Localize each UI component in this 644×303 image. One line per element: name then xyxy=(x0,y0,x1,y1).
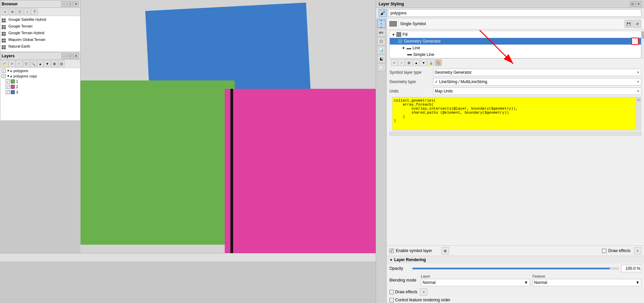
layers-expand-btn[interactable]: ⊞ xyxy=(51,60,58,67)
enable-symbol-checkbox[interactable]: ✓ xyxy=(389,249,394,253)
tree-scrollbar[interactable] xyxy=(641,31,644,58)
symbol-preview-icon xyxy=(389,21,397,26)
tree-duplicate-btn[interactable]: ⊞ xyxy=(406,59,412,66)
draw-effects-btn[interactable]: + xyxy=(634,247,641,254)
history-tab-btn[interactable]: 🕓 xyxy=(377,63,385,71)
diagram-tab-btn[interactable]: 📊 xyxy=(377,46,385,54)
paintbrush-icon[interactable]: 🖌 xyxy=(379,9,387,17)
draw-effects2-btn[interactable]: + xyxy=(420,288,427,296)
layers-close-btn[interactable]: ✕ xyxy=(73,53,79,59)
folder-icon: ■ xyxy=(10,69,12,73)
symbol-type-row: Single Symbol 💾 ↺ xyxy=(387,18,644,29)
list-item[interactable]: ✓ 3 xyxy=(0,89,80,95)
list-item[interactable]: Google Satellite Hybrid xyxy=(0,16,80,23)
browser-minimize-btn[interactable]: − xyxy=(61,1,67,7)
tree-lock-btn[interactable]: 🔒 xyxy=(428,59,434,66)
layers-panel: Layers − □ ✕ 📂 + − ▽ 🔍 ▲ ▼ ⊞ ⊟ ✓ ▼ ■ pol… xyxy=(0,52,80,119)
enable-copy-btn[interactable]: ⊞ xyxy=(441,247,449,254)
code-hscrollbar[interactable] xyxy=(389,132,641,136)
layers-add-btn[interactable]: + xyxy=(9,60,15,67)
map-canvas[interactable] xyxy=(80,0,376,253)
list-item[interactable]: Open Weather Map Clouds xyxy=(0,50,80,52)
draw-effects2-checkbox[interactable] xyxy=(389,290,394,294)
browser-add-btn[interactable]: + xyxy=(2,8,8,15)
draw-effects-label: Draw effects xyxy=(608,248,631,253)
tree-add-btn[interactable]: + xyxy=(391,59,397,66)
list-item[interactable]: ✓ 1 xyxy=(0,79,80,84)
list-item[interactable]: Google Terrain Hybrid xyxy=(0,29,80,36)
tree-up-btn[interactable]: ▲ xyxy=(413,59,420,66)
tree-row-geometry-generator[interactable]: Geometry Generator + xyxy=(390,38,641,45)
browser-collapse-btn[interactable]: ↑ xyxy=(24,8,31,15)
blend-tab-btn[interactable]: ⬕ xyxy=(377,55,385,63)
geometry-generator-icon xyxy=(398,39,402,44)
polygon-green xyxy=(80,80,235,245)
browser-filter-btn[interactable]: ▽ xyxy=(16,8,23,15)
code-editor-scrollbar[interactable]: ε xyxy=(636,97,641,130)
layers-filter-btn[interactable]: ▽ xyxy=(23,60,30,67)
symbol-layer-type-dropdown[interactable]: Geometry Generator ▼ xyxy=(433,69,641,76)
layer-blend-dropdown[interactable]: Normal ▼ xyxy=(421,279,530,286)
geometry-type-row: Geometry type ✓ LineString / MultiLineSt… xyxy=(389,78,641,85)
layer-checkbox[interactable]: ✓ xyxy=(6,79,10,83)
3d-tab-btn[interactable]: ⬡ xyxy=(377,37,385,45)
browser-header: Browser − □ ✕ xyxy=(0,0,80,8)
opacity-value-display[interactable]: 100.0 % xyxy=(621,265,641,272)
list-item[interactable]: ✓ 2 xyxy=(0,84,80,89)
layer-checkbox[interactable]: ✓ xyxy=(6,85,10,89)
status-bar xyxy=(0,253,376,261)
styling-undock-btn[interactable]: ⊡ xyxy=(630,1,635,7)
layer-styling-panel: Layer Styling ⊡ ✕ 🖌 polygons ▪▪▪ abc ⬡ 📊… xyxy=(376,0,644,303)
code-editor[interactable]: collect_geometries( array_foreach( overl… xyxy=(392,97,639,130)
browser-refresh-btn[interactable]: ↻ xyxy=(9,8,16,15)
tree-row-simple-line[interactable]: Simple Line xyxy=(390,51,641,58)
label-tab-btn[interactable]: abc xyxy=(377,28,385,37)
opacity-slider[interactable] xyxy=(412,267,619,269)
control-render-checkbox[interactable] xyxy=(389,298,394,302)
layer-name-input[interactable]: polygons xyxy=(388,9,641,17)
layers-filter2-btn[interactable]: 🔍 xyxy=(30,60,37,67)
layer-checkbox[interactable]: ✓ xyxy=(6,90,10,94)
tree-color-btn[interactable]: 🎨 xyxy=(435,59,442,66)
tree-row-fill[interactable]: ▼ Fill xyxy=(390,31,641,38)
units-dropdown[interactable]: Map Units ▼ xyxy=(433,87,641,95)
layer-rendering-title: Layer Rendering xyxy=(394,257,426,262)
tree-remove-btn[interactable]: − xyxy=(398,59,405,66)
tree-row-line[interactable]: ▼ Line xyxy=(390,45,641,51)
layers-header: Layers − □ ✕ xyxy=(0,52,80,60)
layers-collapse-btn[interactable]: ⊟ xyxy=(58,60,65,67)
list-item[interactable]: Google Terrain xyxy=(0,23,80,29)
browser-float-btn[interactable]: □ xyxy=(67,1,73,7)
draw-effects-checkbox[interactable] xyxy=(602,249,606,253)
save-style-btn[interactable]: 💾 xyxy=(625,20,633,28)
layers-open-btn[interactable]: 📂 xyxy=(2,60,8,67)
expand-icon[interactable]: ▼ xyxy=(7,69,9,72)
layers-title: Layers xyxy=(2,54,15,58)
layer-checkbox[interactable]: ✓ xyxy=(2,69,6,73)
layer-checkbox[interactable]: ✓ xyxy=(2,74,6,78)
feature-blend-dropdown[interactable]: Normal ▼ xyxy=(533,279,642,286)
browser-help-btn[interactable]: ? xyxy=(31,8,38,15)
browser-item-label: Mapzen Global Terrain xyxy=(8,38,45,42)
revert-style-btn[interactable]: ↺ xyxy=(633,20,641,28)
list-item[interactable]: ✓ ▼ ■ polygons copy xyxy=(0,73,80,79)
map-area xyxy=(80,0,376,253)
layers-float-btn[interactable]: □ xyxy=(67,53,73,59)
tree-scroll-thumb[interactable] xyxy=(642,32,644,39)
layers-minimize-btn[interactable]: − xyxy=(61,53,67,59)
expand-icon[interactable]: ▼ xyxy=(7,74,9,78)
add-symbol-layer-btn[interactable]: + xyxy=(631,38,639,45)
layers-up-btn[interactable]: ▲ xyxy=(37,60,44,67)
tree-down-btn[interactable]: ▼ xyxy=(420,59,427,66)
list-item[interactable]: ✓ ▼ ■ polygons xyxy=(0,68,80,73)
expression-btn[interactable]: ε xyxy=(637,98,641,102)
browser-close-btn[interactable]: ✕ xyxy=(73,1,79,7)
layers-down-btn[interactable]: ▼ xyxy=(44,60,51,67)
layers-remove-btn[interactable]: − xyxy=(16,60,22,67)
layer-rendering-header[interactable]: ▼ Layer Rendering xyxy=(387,256,644,263)
styling-close-btn[interactable]: ✕ xyxy=(636,1,641,7)
list-item[interactable]: Natural Earth xyxy=(0,43,80,50)
list-item[interactable]: Mapzen Global Terrain xyxy=(0,36,80,43)
geometry-type-dropdown[interactable]: ✓ LineString / MultiLineString ▼ xyxy=(433,78,641,85)
symbol-tab-btn[interactable]: ▪▪▪ xyxy=(377,20,385,28)
